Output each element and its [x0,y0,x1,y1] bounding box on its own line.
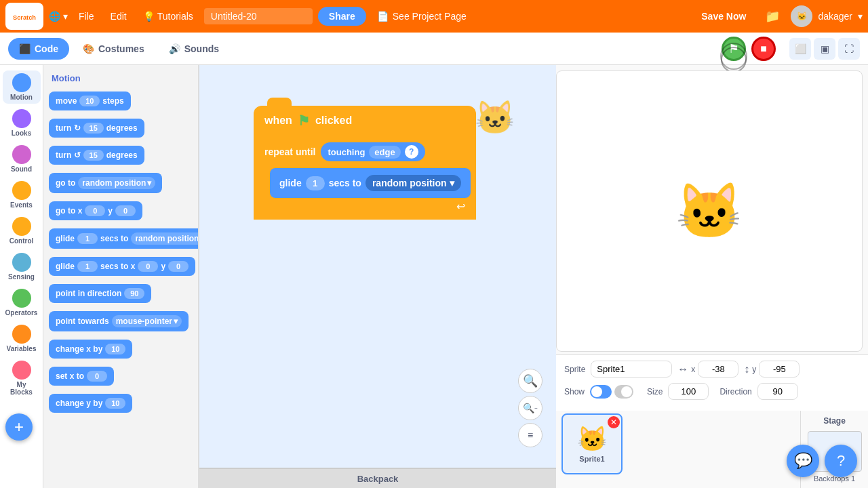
repeat-until-block[interactable]: repeat until touching edge ? glide 1 sec… [254,136,476,220]
block-glide-xy[interactable]: glide 1 secs to x 0 y 0 [49,257,195,276]
refresh-icon: ↩ [456,200,465,213]
tab-sounds[interactable]: 🔊 Sounds [158,38,230,60]
myblocks-dot [12,361,31,380]
c-block-bottom: ↩ [254,203,476,220]
glide-dropdown[interactable]: random position ▾ [366,175,461,191]
category-looks[interactable]: Looks [3,106,41,140]
project-page-icon: 📄 [377,11,389,22]
tab-code[interactable]: ⬛ Code [8,38,69,60]
y-coord-group: ↕ y [744,361,800,378]
zoom-in-button[interactable]: 🔍 [518,369,542,393]
sound-dot [12,145,31,164]
direction-label: Direction [719,387,751,396]
hide-toggle-inner [621,386,632,397]
block-turn-cw[interactable]: turn ↻ 15 degrees [49,119,144,138]
block-go-to-xy[interactable]: go to x 0 y 0 [49,201,142,220]
edit-menu[interactable]: Edit [105,8,132,24]
direction-input[interactable] [757,383,798,400]
backpack-bar[interactable]: Backpack [199,468,556,488]
when-clicked-block[interactable]: when ⚑ clicked [254,106,476,136]
layout-fullscreen-button[interactable]: ⛶ [838,38,860,60]
sprites-list: ✕ 🐱 Sprite1 [556,411,800,488]
globe-menu[interactable]: 🌐 ▾ [49,11,68,22]
size-input[interactable] [668,383,709,400]
tab-costumes[interactable]: 🎨 Costumes [72,38,155,60]
myblocks-label: My Blocks [5,381,38,396]
layout-small-button[interactable]: ⬜ [789,38,811,60]
category-control[interactable]: Control [3,214,41,247]
chat-button[interactable]: 💬 [787,445,819,477]
folder-button[interactable]: 📁 [760,6,785,26]
tutorials-button[interactable]: 💡 Tutorials [138,8,199,24]
block-go-to-random[interactable]: go to random position▾ [49,173,162,193]
looks-dot [12,109,31,128]
save-now-button[interactable]: Save Now [693,8,754,24]
block-glide-random[interactable]: glide 1 secs to random position▾ [49,228,199,249]
category-myblocks[interactable]: My Blocks [3,358,41,399]
block-change-x[interactable]: change x by 10 [49,340,132,359]
touching-edge-input[interactable]: touching edge ? [321,142,425,161]
stage-cat-sprite: 🐱 [675,180,743,243]
add-extension-button[interactable]: + [5,413,33,441]
share-button[interactable]: Share [318,7,366,26]
block-turn-ccw[interactable]: turn ↺ 15 degrees [49,146,144,165]
motion-label: Motion [10,94,33,101]
x-axis-icon: ↔ [677,363,688,375]
main-area: Motion Looks Sound Events Control Sensin… [0,65,868,488]
layout-large-button[interactable]: ▣ [814,38,835,60]
block-point-direction[interactable]: point in direction 90 [49,284,151,303]
show-toggle-inner [591,386,602,397]
category-events[interactable]: Events [3,178,41,211]
category-motion[interactable]: Motion [3,70,41,104]
green-flag-button[interactable]: ⚑ [722,37,746,61]
help-button[interactable]: ? [825,445,857,477]
category-variables[interactable]: Variables [3,322,41,355]
zoom-out-button[interactable]: 🔍− [518,396,542,420]
costumes-icon: 🎨 [83,43,94,54]
zoom-reset-button[interactable]: ≡ [518,423,542,447]
category-sound[interactable]: Sound [3,142,41,176]
block-set-x[interactable]: set x to 0 [49,367,114,386]
sprite-delete-button[interactable]: ✕ [608,416,620,428]
hide-toggle[interactable] [614,385,633,399]
glide-value[interactable]: 1 [306,176,325,190]
flag-icon: ⚑ [298,113,310,129]
y-axis-icon: ↕ [744,363,749,375]
block-change-y[interactable]: change y by 10 [49,394,132,413]
glide-block[interactable]: glide 1 secs to random position ▾ [270,168,471,198]
x-coord-group: ↔ x [677,361,738,378]
file-menu[interactable]: File [73,8,100,24]
show-toggle-on[interactable] [590,385,612,399]
sprite-name-input[interactable] [591,361,672,378]
project-name-input[interactable] [204,8,313,24]
sprite-label: Sprite [564,365,585,374]
sprite-cat-icon: 🐱 [577,425,608,453]
x-input[interactable] [698,361,738,378]
variables-dot [12,325,31,344]
see-project-button[interactable]: 📄 See Project Page [372,8,472,24]
block-point-towards[interactable]: point towards mouse-pointer▾ [49,311,189,331]
question-mark[interactable]: ? [405,145,418,159]
control-label: Control [9,237,34,245]
sprite-info: Sprite ↔ x ↕ y Show [556,354,868,411]
category-sensing[interactable]: Sensing [3,250,41,283]
script-container: when ⚑ clicked repeat until touching edg… [254,106,476,220]
repeat-until-row[interactable]: repeat until touching edge ? [254,136,476,168]
sprite-thumb-sprite1[interactable]: ✕ 🐱 Sprite1 [561,413,623,474]
hat-block[interactable]: when ⚑ clicked [254,106,476,136]
right-panel: 🐱 Sprite ↔ x ↕ y Show [556,65,868,488]
blocks-panel: Motion move 10 steps turn ↻ 15 degrees t… [43,65,199,488]
block-move[interactable]: move 10 steps [49,92,131,110]
top-nav: Scratch 🌐 ▾ File Edit 💡 Tutorials Share … [0,0,868,33]
scratch-logo[interactable]: Scratch [5,3,43,30]
stage-label: Stage [823,416,846,426]
sub-nav: ⬛ Code 🎨 Costumes 🔊 Sounds ⚑ ■ ⬜ ▣ ⛶ [0,33,868,65]
layout-buttons: ⬜ ▣ ⛶ [789,38,860,60]
y-label: y [752,365,756,374]
category-operators[interactable]: Operators [3,286,41,319]
user-area[interactable]: 🐱 dakager ▾ [791,5,863,27]
stop-button[interactable]: ■ [751,37,776,61]
show-group [590,385,633,399]
globe-chevron: ▾ [63,11,68,22]
y-input[interactable] [759,361,800,378]
